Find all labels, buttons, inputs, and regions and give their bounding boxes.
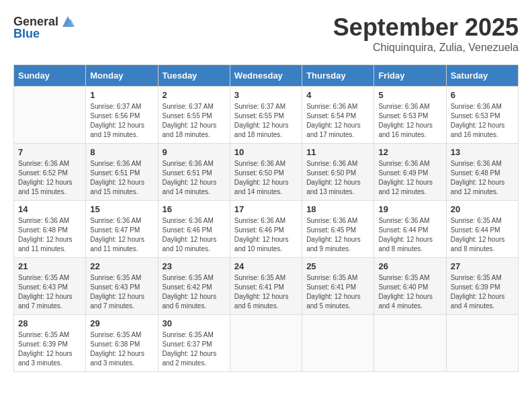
calendar-cell: 8Sunrise: 6:36 AM Sunset: 6:51 PM Daylig… [86, 144, 158, 201]
calendar-cell: 3Sunrise: 6:37 AM Sunset: 6:55 PM Daylig… [230, 87, 302, 144]
day-number: 23 [163, 261, 226, 271]
col-header-friday: Friday [374, 65, 446, 87]
day-number: 25 [306, 261, 369, 271]
day-info: Sunrise: 6:36 AM Sunset: 6:47 PM Dayligh… [90, 216, 153, 254]
day-number: 8 [90, 147, 153, 157]
day-info: Sunrise: 6:35 AM Sunset: 6:42 PM Dayligh… [163, 273, 226, 311]
calendar-cell [374, 315, 446, 372]
day-info: Sunrise: 6:36 AM Sunset: 6:48 PM Dayligh… [18, 216, 81, 254]
calendar-cell: 12Sunrise: 6:36 AM Sunset: 6:49 PM Dayli… [374, 144, 446, 201]
calendar-cell: 19Sunrise: 6:36 AM Sunset: 6:44 PM Dayli… [374, 201, 446, 258]
day-number: 15 [90, 204, 153, 214]
day-number: 17 [234, 204, 298, 214]
day-info: Sunrise: 6:35 AM Sunset: 6:37 PM Dayligh… [163, 330, 226, 368]
day-info: Sunrise: 6:36 AM Sunset: 6:54 PM Dayligh… [306, 102, 369, 140]
calendar-cell: 21Sunrise: 6:35 AM Sunset: 6:43 PM Dayli… [14, 258, 86, 315]
calendar-cell: 23Sunrise: 6:35 AM Sunset: 6:42 PM Dayli… [158, 258, 230, 315]
day-info: Sunrise: 6:35 AM Sunset: 6:41 PM Dayligh… [306, 273, 369, 311]
day-number: 18 [306, 204, 369, 214]
calendar-cell: 7Sunrise: 6:36 AM Sunset: 6:52 PM Daylig… [14, 144, 86, 201]
calendar-cell: 17Sunrise: 6:36 AM Sunset: 6:46 PM Dayli… [230, 201, 302, 258]
day-info: Sunrise: 6:36 AM Sunset: 6:52 PM Dayligh… [18, 159, 81, 197]
day-info: Sunrise: 6:36 AM Sunset: 6:48 PM Dayligh… [451, 159, 514, 197]
day-info: Sunrise: 6:36 AM Sunset: 6:46 PM Dayligh… [163, 216, 226, 254]
day-info: Sunrise: 6:36 AM Sunset: 6:51 PM Dayligh… [90, 159, 153, 197]
calendar-cell: 2Sunrise: 6:37 AM Sunset: 6:55 PM Daylig… [158, 87, 230, 144]
calendar-cell [14, 87, 86, 144]
day-number: 30 [163, 318, 226, 328]
day-info: Sunrise: 6:35 AM Sunset: 6:40 PM Dayligh… [378, 273, 441, 311]
day-info: Sunrise: 6:36 AM Sunset: 6:53 PM Dayligh… [451, 102, 514, 140]
day-number: 14 [18, 204, 81, 214]
calendar-cell: 26Sunrise: 6:35 AM Sunset: 6:40 PM Dayli… [374, 258, 446, 315]
calendar-cell: 29Sunrise: 6:35 AM Sunset: 6:38 PM Dayli… [86, 315, 158, 372]
calendar-cell: 1Sunrise: 6:37 AM Sunset: 6:56 PM Daylig… [86, 87, 158, 144]
day-number: 9 [163, 147, 226, 157]
calendar-week-row: 1Sunrise: 6:37 AM Sunset: 6:56 PM Daylig… [14, 87, 519, 144]
calendar-cell: 22Sunrise: 6:35 AM Sunset: 6:43 PM Dayli… [86, 258, 158, 315]
calendar-header-row: SundayMondayTuesdayWednesdayThursdayFrid… [14, 65, 519, 87]
col-header-tuesday: Tuesday [158, 65, 230, 87]
day-info: Sunrise: 6:36 AM Sunset: 6:50 PM Dayligh… [306, 159, 369, 197]
logo: General Blue [13, 13, 76, 41]
day-number: 13 [451, 147, 514, 157]
calendar-cell: 14Sunrise: 6:36 AM Sunset: 6:48 PM Dayli… [14, 201, 86, 258]
day-number: 3 [234, 90, 298, 100]
day-number: 6 [451, 90, 514, 100]
calendar-cell: 15Sunrise: 6:36 AM Sunset: 6:47 PM Dayli… [86, 201, 158, 258]
calendar-table: SundayMondayTuesdayWednesdayThursdayFrid… [13, 64, 519, 372]
calendar-cell: 25Sunrise: 6:35 AM Sunset: 6:41 PM Dayli… [302, 258, 374, 315]
day-info: Sunrise: 6:35 AM Sunset: 6:39 PM Dayligh… [18, 330, 81, 368]
day-info: Sunrise: 6:36 AM Sunset: 6:51 PM Dayligh… [163, 159, 226, 197]
day-number: 29 [90, 318, 153, 328]
day-number: 5 [378, 90, 441, 100]
calendar-cell [230, 315, 302, 372]
col-header-wednesday: Wednesday [230, 65, 302, 87]
calendar-cell: 10Sunrise: 6:36 AM Sunset: 6:50 PM Dayli… [230, 144, 302, 201]
calendar-cell: 27Sunrise: 6:35 AM Sunset: 6:39 PM Dayli… [446, 258, 518, 315]
day-number: 26 [378, 261, 441, 271]
day-info: Sunrise: 6:36 AM Sunset: 6:50 PM Dayligh… [234, 159, 298, 197]
day-info: Sunrise: 6:36 AM Sunset: 6:53 PM Dayligh… [378, 102, 441, 140]
calendar-cell: 13Sunrise: 6:36 AM Sunset: 6:48 PM Dayli… [446, 144, 518, 201]
col-header-sunday: Sunday [14, 65, 86, 87]
month-title: September 2025 [333, 13, 519, 42]
calendar-week-row: 28Sunrise: 6:35 AM Sunset: 6:39 PM Dayli… [14, 315, 519, 372]
location-title: Chiquinquira, Zulia, Venezuela [333, 42, 519, 54]
col-header-saturday: Saturday [446, 65, 518, 87]
day-info: Sunrise: 6:36 AM Sunset: 6:46 PM Dayligh… [234, 216, 298, 254]
title-area: September 2025 Chiquinquira, Zulia, Vene… [333, 13, 519, 54]
day-info: Sunrise: 6:36 AM Sunset: 6:45 PM Dayligh… [306, 216, 369, 254]
day-number: 4 [306, 90, 369, 100]
calendar-cell [302, 315, 374, 372]
day-number: 2 [163, 90, 226, 100]
day-info: Sunrise: 6:35 AM Sunset: 6:43 PM Dayligh… [90, 273, 153, 311]
day-number: 10 [234, 147, 298, 157]
calendar-cell: 11Sunrise: 6:36 AM Sunset: 6:50 PM Dayli… [302, 144, 374, 201]
day-number: 28 [18, 318, 81, 328]
calendar-cell: 9Sunrise: 6:36 AM Sunset: 6:51 PM Daylig… [158, 144, 230, 201]
day-number: 20 [451, 204, 514, 214]
day-number: 7 [18, 147, 81, 157]
calendar-cell: 18Sunrise: 6:36 AM Sunset: 6:45 PM Dayli… [302, 201, 374, 258]
calendar-week-row: 21Sunrise: 6:35 AM Sunset: 6:43 PM Dayli… [14, 258, 519, 315]
day-number: 19 [378, 204, 441, 214]
logo-blue-text: Blue [13, 27, 40, 41]
day-number: 21 [18, 261, 81, 271]
calendar-cell: 30Sunrise: 6:35 AM Sunset: 6:37 PM Dayli… [158, 315, 230, 372]
logo-icon [60, 13, 76, 30]
day-info: Sunrise: 6:35 AM Sunset: 6:38 PM Dayligh… [90, 330, 153, 368]
calendar-week-row: 14Sunrise: 6:36 AM Sunset: 6:48 PM Dayli… [14, 201, 519, 258]
day-number: 1 [90, 90, 153, 100]
col-header-thursday: Thursday [302, 65, 374, 87]
day-number: 12 [378, 147, 441, 157]
day-info: Sunrise: 6:37 AM Sunset: 6:55 PM Dayligh… [163, 102, 226, 140]
day-info: Sunrise: 6:36 AM Sunset: 6:49 PM Dayligh… [378, 159, 441, 197]
calendar-week-row: 7Sunrise: 6:36 AM Sunset: 6:52 PM Daylig… [14, 144, 519, 201]
calendar-cell: 16Sunrise: 6:36 AM Sunset: 6:46 PM Dayli… [158, 201, 230, 258]
day-info: Sunrise: 6:36 AM Sunset: 6:44 PM Dayligh… [378, 216, 441, 254]
day-number: 24 [234, 261, 298, 271]
day-info: Sunrise: 6:35 AM Sunset: 6:39 PM Dayligh… [451, 273, 514, 311]
day-number: 16 [163, 204, 226, 214]
calendar-cell: 5Sunrise: 6:36 AM Sunset: 6:53 PM Daylig… [374, 87, 446, 144]
